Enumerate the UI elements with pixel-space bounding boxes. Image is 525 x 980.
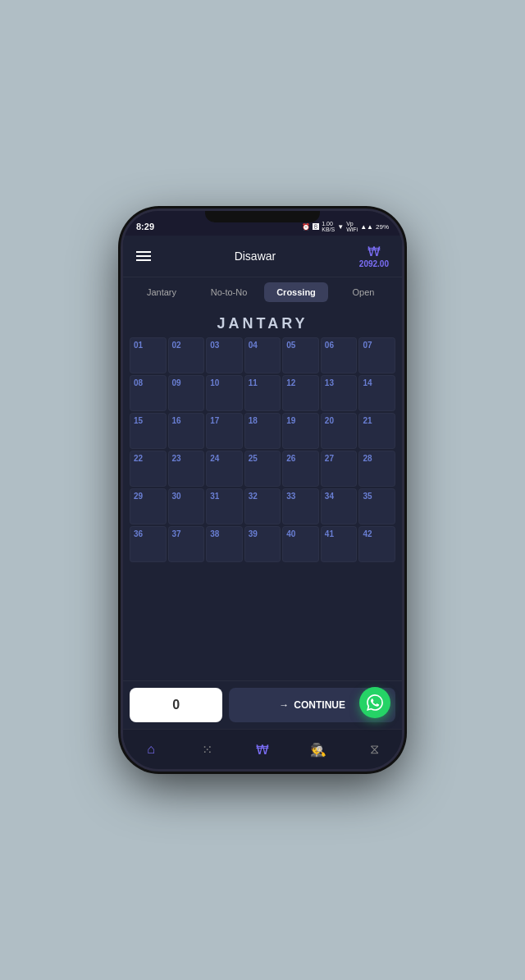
nav-filter-button[interactable]: ⧖ bbox=[361, 736, 387, 762]
cal-cell-30[interactable]: 30 bbox=[168, 488, 205, 524]
cal-cell-37[interactable]: 37 bbox=[168, 526, 205, 562]
cal-cell-28[interactable]: 28 bbox=[358, 451, 395, 487]
phone-notch bbox=[205, 211, 320, 222]
tab-crossing[interactable]: Crossing bbox=[264, 282, 328, 302]
zero-button[interactable]: 0 bbox=[130, 688, 222, 722]
tab-open[interactable]: Open bbox=[331, 282, 395, 302]
cal-cell-36[interactable]: 36 bbox=[130, 526, 167, 562]
tab-jantary[interactable]: Jantary bbox=[130, 282, 194, 302]
cal-cell-05[interactable]: 05 bbox=[282, 337, 319, 373]
cal-cell-02[interactable]: 02 bbox=[168, 337, 205, 373]
cal-cell-13[interactable]: 13 bbox=[321, 375, 358, 411]
cal-cell-34[interactable]: 34 bbox=[321, 488, 358, 524]
cal-cell-06[interactable]: 06 bbox=[321, 337, 358, 373]
hamburger-line-3 bbox=[136, 259, 151, 261]
data-speed: 1.00KB/S bbox=[322, 221, 335, 232]
status-time: 8:29 bbox=[136, 222, 154, 231]
cal-cell-35[interactable]: 35 bbox=[358, 488, 395, 524]
wifi-icon: ▼ bbox=[337, 223, 344, 231]
status-icons: ⏰ 🅱 1.00KB/S ▼ VpWiFi ▲▲ 29% bbox=[302, 221, 389, 232]
cal-cell-04[interactable]: 04 bbox=[244, 337, 281, 373]
cal-cell-39[interactable]: 39 bbox=[244, 526, 281, 562]
wallet-widget[interactable]: ₩ 2092.00 bbox=[359, 244, 389, 268]
cal-cell-27[interactable]: 27 bbox=[321, 451, 358, 487]
cal-cell-29[interactable]: 29 bbox=[130, 488, 167, 524]
cal-cell-16[interactable]: 16 bbox=[168, 413, 205, 449]
cal-cell-12[interactable]: 12 bbox=[282, 375, 319, 411]
header: Disawar ₩ 2092.00 bbox=[123, 236, 402, 277]
calendar-grid: 01 02 03 04 05 06 07 08 09 10 11 12 13 1… bbox=[123, 337, 402, 680]
wallet-icon: ₩ bbox=[368, 244, 381, 259]
cal-cell-42[interactable]: 42 bbox=[358, 526, 395, 562]
header-title: Disawar bbox=[235, 250, 276, 263]
cal-cell-09[interactable]: 09 bbox=[168, 375, 205, 411]
hamburger-menu-button[interactable] bbox=[136, 251, 151, 261]
month-title: JANTARY bbox=[123, 307, 402, 337]
battery-text: 29% bbox=[376, 223, 389, 231]
cal-cell-18[interactable]: 18 bbox=[244, 413, 281, 449]
cal-cell-21[interactable]: 21 bbox=[358, 413, 395, 449]
cal-cell-19[interactable]: 19 bbox=[282, 413, 319, 449]
cal-cell-08[interactable]: 08 bbox=[130, 375, 167, 411]
calendar-row-5: 29 30 31 32 33 34 35 bbox=[130, 488, 395, 524]
calendar-row-4: 22 23 24 25 26 27 28 bbox=[130, 451, 395, 487]
nav-bar: ⌂ ⁙ ₩ 🕵 ⧖ bbox=[123, 729, 402, 769]
nav-user-button[interactable]: 🕵 bbox=[305, 736, 331, 762]
signal-icon: ▲▲ bbox=[360, 223, 373, 231]
hamburger-line-1 bbox=[136, 251, 151, 253]
cal-cell-32[interactable]: 32 bbox=[244, 488, 281, 524]
calendar-row-2: 08 09 10 11 12 13 14 bbox=[130, 375, 395, 411]
cal-cell-23[interactable]: 23 bbox=[168, 451, 205, 487]
cal-cell-33[interactable]: 33 bbox=[282, 488, 319, 524]
cal-cell-41[interactable]: 41 bbox=[321, 526, 358, 562]
tab-no-to-no[interactable]: No-to-No bbox=[197, 282, 261, 302]
phone-shell: 8:29 ⏰ 🅱 1.00KB/S ▼ VpWiFi ▲▲ 29% Disawa… bbox=[123, 211, 402, 769]
whatsapp-fab-button[interactable] bbox=[359, 687, 390, 718]
cal-cell-26[interactable]: 26 bbox=[282, 451, 319, 487]
tabs-row: Jantary No-to-No Crossing Open bbox=[123, 277, 402, 307]
cal-cell-03[interactable]: 03 bbox=[206, 337, 243, 373]
cal-cell-01[interactable]: 01 bbox=[130, 337, 167, 373]
alarm-icon: ⏰ bbox=[302, 223, 310, 231]
calendar-row-6: 36 37 38 39 40 41 42 bbox=[130, 526, 395, 562]
nav-home-button[interactable]: ⌂ bbox=[138, 736, 164, 762]
cal-cell-14[interactable]: 14 bbox=[358, 375, 395, 411]
app-screen: Disawar ₩ 2092.00 Jantary No-to-No Cross… bbox=[123, 236, 402, 769]
cal-cell-07[interactable]: 07 bbox=[358, 337, 395, 373]
calendar-row-3: 15 16 17 18 19 20 21 bbox=[130, 413, 395, 449]
cal-cell-11[interactable]: 11 bbox=[244, 375, 281, 411]
bluetooth-icon: 🅱 bbox=[313, 223, 319, 231]
hamburger-line-2 bbox=[136, 255, 151, 257]
whatsapp-icon bbox=[367, 694, 383, 711]
cal-cell-25[interactable]: 25 bbox=[244, 451, 281, 487]
cal-cell-24[interactable]: 24 bbox=[206, 451, 243, 487]
cal-cell-15[interactable]: 15 bbox=[130, 413, 167, 449]
cal-cell-38[interactable]: 38 bbox=[206, 526, 243, 562]
wallet-amount: 2092.00 bbox=[359, 259, 389, 268]
cal-cell-17[interactable]: 17 bbox=[206, 413, 243, 449]
vpn-icon: VpWiFi bbox=[346, 221, 358, 232]
calendar-row-1: 01 02 03 04 05 06 07 bbox=[130, 337, 395, 373]
nav-wallet-button[interactable]: ₩ bbox=[249, 736, 276, 762]
cal-cell-10[interactable]: 10 bbox=[206, 375, 243, 411]
cal-cell-31[interactable]: 31 bbox=[206, 488, 243, 524]
cal-cell-22[interactable]: 22 bbox=[130, 451, 167, 487]
nav-grid-button[interactable]: ⁙ bbox=[194, 736, 220, 762]
continue-label: CONTINUE bbox=[294, 699, 345, 711]
cal-cell-20[interactable]: 20 bbox=[321, 413, 358, 449]
continue-arrow-icon: → bbox=[279, 699, 289, 711]
cal-cell-40[interactable]: 40 bbox=[282, 526, 319, 562]
